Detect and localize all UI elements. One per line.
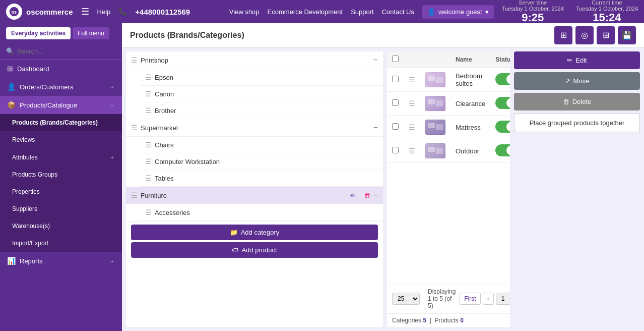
drag-handle-icon: ☰: [145, 141, 152, 149]
collapse-icon[interactable]: −: [373, 123, 378, 132]
select-all-checkbox[interactable]: [392, 56, 399, 62]
current-time-block: Current time Tuesday 1 October, 2024 15:…: [576, 0, 638, 24]
sidebar-item-suppliers[interactable]: Suppliers: [0, 200, 122, 217]
svg-rect-9: [428, 123, 435, 128]
tree-item-computer-workstation[interactable]: ☰ Computer Workstation: [140, 153, 383, 170]
nav-right: View shop Ecommerce Development Support …: [229, 0, 638, 24]
row-checkbox[interactable]: [392, 99, 399, 106]
move-button[interactable]: ↗ Move: [514, 72, 640, 90]
first-page-button[interactable]: First: [460, 293, 480, 305]
header-icon-btn-3[interactable]: ⊞: [597, 26, 615, 44]
server-time-label: Server time: [502, 0, 564, 6]
search-icon: 🔍: [6, 47, 14, 55]
page-select[interactable]: 1: [496, 293, 510, 305]
grouped-products-button[interactable]: Place grouped products together: [514, 114, 640, 132]
status-toggle[interactable]: [495, 144, 510, 156]
category-name: Mattress: [456, 124, 481, 131]
top-nav: os oscommerce ☰ Help 📞 +448000112569 Vie…: [0, 0, 644, 23]
search-input[interactable]: [17, 47, 116, 55]
tree-item-supermarket[interactable]: ☰ Supermarket −: [126, 119, 383, 137]
sidebar-item-label: Products/Catalogue: [20, 101, 77, 109]
svg-text:os: os: [12, 10, 17, 15]
support-link[interactable]: Support: [351, 8, 374, 16]
sidebar-item-import-export[interactable]: Import/Export: [0, 235, 122, 252]
delete-button[interactable]: 🗑 Delete: [514, 93, 640, 111]
tree-item-chairs[interactable]: ☰ Chairs: [140, 137, 383, 153]
drag-handle-icon: ☰: [145, 157, 152, 165]
collapse-icon[interactable]: −: [373, 191, 378, 200]
add-category-button[interactable]: 📁 Add category: [131, 225, 378, 240]
edit-icon[interactable]: ✏: [350, 192, 356, 199]
sidebar-sub-products: Products (Brands/Categories) Reviews Att…: [0, 114, 122, 252]
content-area: Products (Brands/Categories) ⊞ ◎ ⊞ 💾 ☰ P…: [122, 23, 644, 331]
everyday-activities-button[interactable]: Everyday activities: [6, 27, 71, 39]
chevron-down-icon: ▾: [485, 8, 489, 16]
status-toggle[interactable]: [495, 97, 510, 109]
sidebar-item-products-groups[interactable]: Products Groups: [0, 166, 122, 183]
row-checkbox[interactable]: [392, 147, 399, 153]
contact-link[interactable]: Contact Us: [382, 8, 414, 16]
view-shop-link[interactable]: View shop: [229, 8, 260, 16]
tree-item-label: Chairs: [155, 141, 378, 149]
page-header: Products (Brands/Categories) ⊞ ◎ ⊞ 💾: [122, 23, 644, 47]
displaying-text: Displaying 1 to 5 (of 5): [428, 288, 456, 309]
folder-icon: 📁: [230, 229, 238, 236]
tree-item-label: Brother: [155, 107, 378, 115]
sidebar-item-reports[interactable]: 📊 Reports ＋: [0, 252, 122, 270]
tree-item-accessories[interactable]: ☰ Accessories: [140, 204, 383, 221]
current-time-label: Current time: [576, 0, 638, 6]
header-icon-btn-2[interactable]: ◎: [575, 26, 594, 44]
products-count: 0: [460, 317, 464, 324]
prev-page-button[interactable]: ‹: [483, 293, 494, 305]
sidebar-item-orders[interactable]: 👤 Orders/Customers ＋: [0, 78, 122, 96]
drag-handle-icon: ☰: [145, 174, 152, 182]
sidebar-item-products-brands[interactable]: Products (Brands/Categories): [0, 114, 122, 131]
user-area[interactable]: 👤 welcome guest ▾: [422, 5, 494, 19]
sidebar-btn-group: Everyday activities Full menu: [0, 23, 122, 43]
per-page-select[interactable]: 25 50 100: [392, 293, 420, 305]
svg-rect-4: [436, 77, 443, 83]
delete-icon[interactable]: 🗑: [364, 192, 370, 199]
sidebar-sub-item-label: Products Groups: [12, 171, 57, 178]
svg-rect-12: [428, 147, 435, 152]
row-checkbox[interactable]: [392, 123, 399, 130]
tree-item-label: Epson: [155, 74, 378, 81]
svg-rect-13: [436, 148, 443, 154]
sidebar-item-warehouses[interactable]: Warehouse(s): [0, 217, 122, 235]
logo-icon: os: [6, 4, 22, 20]
main-layout: Everyday activities Full menu 🔍 ⊞ Dashbo…: [0, 23, 644, 331]
page-title: Products (Brands/Categories): [130, 31, 244, 40]
orders-icon: 👤: [7, 83, 16, 91]
full-menu-button[interactable]: Full menu: [73, 27, 109, 39]
tree-children-supermarket: ☰ Chairs ☰ Computer Workstation ☰ Tables: [126, 137, 383, 187]
header-icon-btn-4[interactable]: 💾: [618, 26, 636, 44]
help-link[interactable]: Help: [97, 8, 111, 16]
tree-item-furniture[interactable]: ☰ Furniture ✏ 🗑 −: [126, 187, 383, 204]
add-product-button[interactable]: 🏷 Add product: [131, 242, 378, 258]
phone-number: +448000112569: [135, 8, 190, 16]
chevron-down-icon: －: [109, 101, 115, 109]
tree-item-canon[interactable]: ☰ Canon: [140, 86, 383, 102]
sidebar-item-reviews[interactable]: Reviews: [0, 131, 122, 148]
ecommerce-dev-link[interactable]: Ecommerce Development: [268, 8, 343, 16]
status-toggle[interactable]: [495, 121, 510, 133]
drag-handle-icon: ☰: [409, 123, 415, 131]
tree-item-brother[interactable]: ☰ Brother: [140, 102, 383, 119]
reports-icon: 📊: [7, 257, 16, 265]
tree-item-printshop[interactable]: ☰ Printshop −: [126, 51, 383, 69]
tree-item-epson[interactable]: ☰ Epson: [140, 69, 383, 86]
edit-button[interactable]: ✏ Edit: [514, 51, 640, 69]
hamburger-icon[interactable]: ☰: [81, 6, 89, 17]
collapse-icon[interactable]: −: [373, 56, 378, 65]
sidebar-item-products[interactable]: 📦 Products/Catalogue －: [0, 96, 122, 114]
tree-item-label: Canon: [155, 90, 378, 98]
category-thumbnail: [425, 72, 445, 87]
delete-icon: 🗑: [563, 98, 569, 105]
sidebar-item-dashboard[interactable]: ⊞ Dashboard: [0, 60, 122, 78]
status-toggle[interactable]: [495, 73, 510, 85]
header-icon-btn-1[interactable]: ⊞: [554, 26, 572, 44]
sidebar-item-attributes[interactable]: Attributes ＋: [0, 148, 122, 166]
sidebar-item-properties[interactable]: Properties: [0, 183, 122, 200]
tree-item-tables[interactable]: ☰ Tables: [140, 170, 383, 187]
row-checkbox[interactable]: [392, 76, 399, 82]
